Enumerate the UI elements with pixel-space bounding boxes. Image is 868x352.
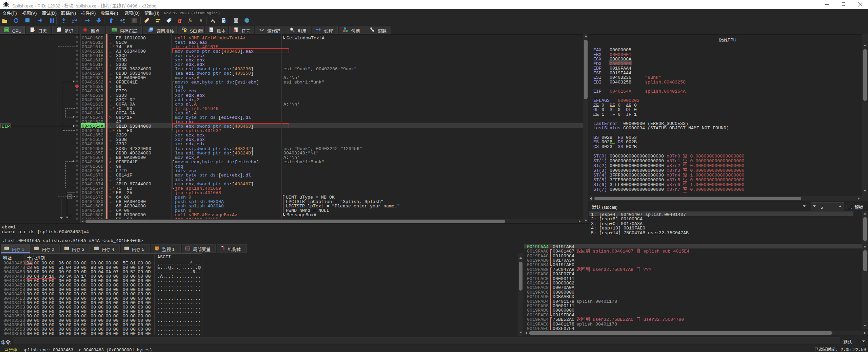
svg-text:S: S bbox=[133, 18, 135, 23]
svg-text:<>: <> bbox=[259, 27, 264, 32]
svg-text:32: 32 bbox=[5, 28, 8, 32]
svg-text:A: A bbox=[211, 18, 214, 23]
svg-text:[x=]: [x=] bbox=[186, 247, 190, 250]
svg-text:#: # bbox=[200, 18, 202, 23]
svg-text:z: z bbox=[214, 20, 215, 23]
svg-text:<>: <> bbox=[210, 28, 213, 32]
svg-text:fx: fx bbox=[189, 18, 192, 23]
